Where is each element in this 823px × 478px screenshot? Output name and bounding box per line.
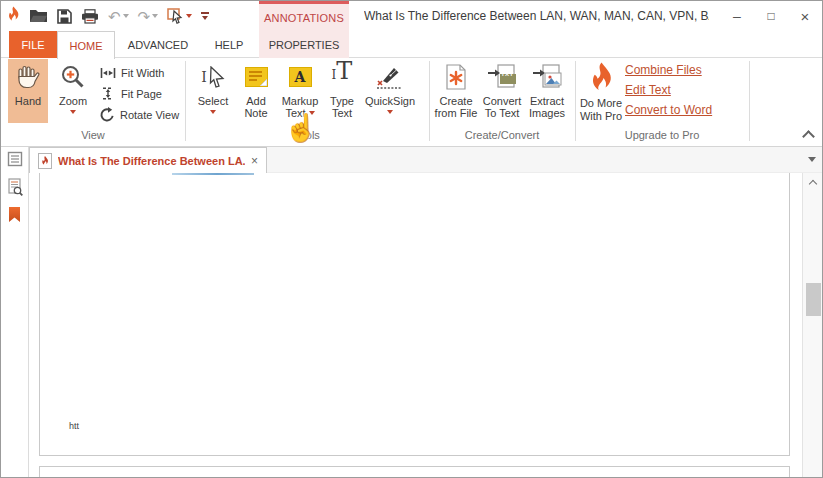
view-group-label: View [1,129,185,141]
hand-tool-button[interactable]: Hand [8,59,48,123]
vertical-scrollbar[interactable] [802,173,823,478]
print-icon [81,9,99,24]
redo-button[interactable]: ↷ [138,9,159,24]
create-from-file-label-2: from File [435,107,478,119]
undo-dropdown-caret-icon[interactable] [123,14,129,18]
pdf-flame-file-icon [38,153,52,169]
convert-to-text-button[interactable]: TXT Convert To Text [480,59,524,123]
pdf-page-2[interactable] [39,466,790,478]
pages-panel-icon[interactable] [7,151,23,171]
upgrade-links: Combine Files Edit Text Convert to Word [625,63,712,123]
document-canvas[interactable]: htt [30,173,802,478]
convert-to-text-label-2: To Text [485,107,520,119]
quicksign-button[interactable]: QuickSign [362,59,418,123]
edit-text-link[interactable]: Edit Text [625,83,712,97]
add-note-button[interactable]: Add Note [236,59,276,123]
select-label: Select [198,95,229,107]
customize-bar-icon [201,12,209,14]
print-button[interactable] [81,9,99,24]
tab-annotations[interactable]: ANNOTATIONS [259,1,349,31]
redo-dropdown-caret-icon[interactable] [152,14,158,18]
window-controls: – □ × [720,1,822,31]
minimize-button[interactable]: – [720,1,754,31]
pdf-page-1[interactable]: htt [39,173,790,456]
customize-caret-icon [202,16,208,20]
select-tool-button[interactable]: I Select [192,59,234,123]
group-separator [749,61,750,141]
undo-icon: ↶ [108,9,121,24]
rotate-view-button[interactable]: Rotate View [100,104,179,125]
quicksign-pen-icon [375,59,405,95]
tab-advanced[interactable]: ADVANCED [115,31,201,58]
document-tab[interactable]: What Is The Difference Between LA... × [29,147,267,173]
fit-width-label: Fit Width [121,67,164,79]
convert-to-word-link[interactable]: Convert to Word [625,103,712,117]
type-text-button[interactable]: IT Type Text [324,59,360,123]
create-from-file-button[interactable]: Create from File [434,59,478,123]
maximize-button[interactable]: □ [754,1,788,31]
create-from-file-label-1: Create [439,95,472,107]
select-tool-quick-button[interactable] [167,8,192,25]
document-tab-title: What Is The Difference Between LA... [58,155,245,167]
page-blue-banner-fragment [172,173,254,175]
fit-page-icon [100,87,116,100]
scroll-up-arrow-icon[interactable] [809,180,817,188]
combine-files-link[interactable]: Combine Files [625,63,712,77]
titlebar: ↶ ↷ ANNOTATIONS What Is The Difference B… [1,1,822,31]
nitro-flame-icon [589,59,614,97]
tab-list-dropdown-icon[interactable] [808,157,816,162]
bookmarks-panel-icon[interactable] [9,207,20,222]
save-icon [57,9,72,24]
fit-width-button[interactable]: Fit Width [100,62,179,83]
undo-button[interactable]: ↶ [108,9,129,24]
open-file-button[interactable] [29,9,48,23]
fit-page-button[interactable]: Fit Page [100,83,179,104]
do-more-label-2: With Pro [580,110,622,123]
view-options-stack: Fit Width Fit Page Rotate View [100,62,179,125]
hand-cursor: ☝ [284,115,318,142]
rotate-view-icon [100,107,115,122]
select-tool-caret-icon[interactable] [210,110,216,114]
extract-images-label-2: Images [529,107,565,119]
customize-toolbar-button[interactable] [201,12,209,20]
hand-icon [15,59,41,95]
tab-properties[interactable]: PROPERTIES [259,31,349,58]
hand-label: Hand [15,95,41,107]
tab-help[interactable]: HELP [201,31,257,58]
zoom-dropdown-caret-icon[interactable] [70,110,76,114]
window-title: What Is The Difference Between LAN, WAN,… [364,1,709,31]
add-note-icon [245,59,268,95]
markup-text-icon: A [289,59,312,95]
scrollbar-thumb[interactable] [806,283,821,316]
collapse-ribbon-chevron-icon[interactable] [802,130,815,143]
do-more-label-1: Do More [580,97,622,110]
fit-width-icon [100,67,116,79]
tab-file[interactable]: FILE [9,31,57,58]
add-note-label-1: Add [246,95,266,107]
folder-open-icon [29,9,48,23]
annotations-label: ANNOTATIONS [264,12,344,24]
tab-home[interactable]: HOME [57,31,115,59]
select-dropdown-caret-icon[interactable] [186,14,192,18]
do-more-with-pro-button[interactable]: Do More With Pro [579,59,623,123]
search-document-icon[interactable] [7,178,23,200]
convert-to-text-label-1: Convert [483,95,522,107]
left-sidebar [1,147,29,478]
page-text-fragment: htt [69,421,79,431]
app-window: ↶ ↷ ANNOTATIONS What Is The Difference B… [0,0,823,478]
zoom-tool-button[interactable]: Zoom [52,59,94,123]
document-tab-close-icon[interactable]: × [251,154,258,168]
document-tab-bar: What Is The Difference Between LA... × [29,147,823,173]
extract-images-button[interactable]: Extract Images [526,59,568,123]
type-text-label-2: Text [332,107,352,119]
zoom-label: Zoom [59,95,87,107]
quicksign-caret-icon[interactable] [387,110,393,114]
add-note-label-2: Note [244,107,267,119]
close-button[interactable]: × [788,1,822,31]
select-box-cursor-icon [167,8,184,25]
ribbon-tab-row: FILE HOME ADVANCED HELP PROPERTIES [1,31,822,58]
extract-images-icon [532,59,562,95]
save-button[interactable] [57,9,72,24]
select-ibeam-cursor-icon: I [201,59,225,95]
markup-label-1: Markup [282,95,319,107]
